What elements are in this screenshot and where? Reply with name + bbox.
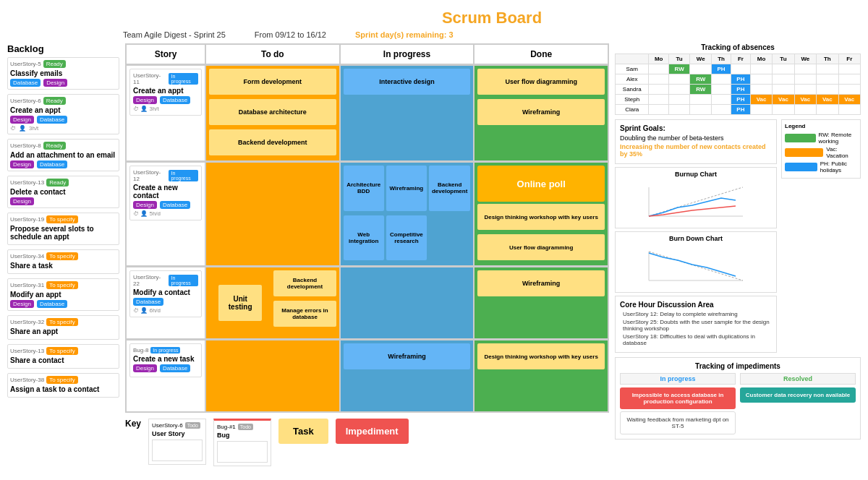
done-cell-4: Design thinking workshop with key users [474, 340, 608, 412]
legend-box: Legend RW: Remote working Vac: Vacation … [781, 119, 861, 179]
impediments-panel: Tracking of impediments In progress Impo… [615, 357, 861, 440]
core-hour-title: Core Hour Discussion Area [620, 301, 772, 309]
legend-vac: Vac: Vacation [785, 146, 857, 159]
board-row-2: UserStory-12 In progress Create a new co… [125, 162, 609, 267]
right-panel: Tracking of absences Mo Tu We Th Fr Mo T… [615, 43, 861, 466]
team-info: Team Agile Digest - Sprint 25 [123, 30, 226, 39]
backlog-item: UserStory-32 To specify Share an appt [7, 315, 119, 340]
task-note: Wireframing [477, 99, 605, 125]
story-card-3[interactable]: UserStory-22 In progress Modify a contac… [129, 270, 202, 317]
imp-card-1: Impossible to access database in product… [620, 387, 736, 434]
backlog-item: UserStory-34 To specify Share a task [7, 249, 119, 274]
task-note: Design thinking workshop with key users [477, 204, 605, 230]
imp-resolved-header: Resolved [740, 373, 856, 385]
story-card-4[interactable]: Bug-8 In progress Create a new task Desi… [129, 343, 202, 377]
key-impediment: Impediment [336, 419, 409, 444]
board-row-1: UserStory-11 In progress Create an appt … [125, 65, 609, 162]
task-note: Competitive research [386, 215, 427, 261]
backlog-title: Backlog [7, 43, 119, 54]
task-note: Interactive design [344, 69, 471, 95]
inprogress-cell-4: Wireframing [340, 340, 475, 412]
sprint-goals: Sprint Goals: Doubling the number of bet… [615, 119, 777, 164]
core-hour-item-2: UserStory 25: Doubts with the user sampl… [620, 319, 772, 332]
legend-rw-color [785, 134, 816, 142]
absences-table: Mo Tu We Th Fr Mo Tu We Th Fr [615, 53, 861, 115]
legend-vac-label: Vac: Vacation [826, 146, 857, 159]
story-card-1[interactable]: UserStory-11 In progress Create an appt … [129, 69, 202, 116]
key-task: Task [278, 419, 328, 444]
task-note: Backend development [429, 166, 470, 211]
story-cell-2: UserStory-12 In progress Create a new co… [126, 162, 205, 266]
task-note: Wireframing [477, 270, 605, 296]
col-header-inprogress: In progress [340, 44, 475, 64]
task-note: Database architecture [209, 99, 336, 125]
board-row-3: UserStory-22 In progress Modify a contac… [125, 267, 609, 340]
impediments-inprogress-col: In progress Impossible to access databas… [620, 373, 736, 434]
goal-1: Doubling the number of beta-testers [620, 134, 772, 142]
inprogress-cell-1: Interactive design [340, 65, 475, 161]
burnup-title: Burnup Chart [618, 171, 773, 178]
backlog-panel: Backlog UserStory-5 Ready Classify email… [7, 43, 119, 466]
burnup-chart: Burnup Chart [615, 167, 777, 228]
absence-row-clara: Clara PH [616, 105, 861, 115]
legend-ph: PH: Public holidays [785, 160, 857, 173]
inprogress-cell-2: Architecture BDD Wireframing Backend dev… [340, 162, 475, 266]
absence-row-sam: Sam RW PH [616, 64, 861, 74]
task-note: Form development [209, 69, 336, 95]
done-cell-1: User flow diagramming Wireframing [474, 65, 608, 161]
task-note: Wireframing [344, 343, 471, 369]
task-note: Architecture BDD [344, 166, 384, 211]
task-note: Manage errors in database [273, 301, 336, 327]
legend-rw: RW: Remote working [785, 132, 857, 145]
absences-title: Tracking of absences [615, 43, 861, 51]
backlog-item: UserStory-6 Ready Create an appt Design … [7, 94, 119, 134]
task-note: User flow diagramming [477, 234, 605, 260]
backlog-item: UserStory-13 Ready Delete a contact Desi… [7, 176, 119, 208]
page-title: Scrum Board [123, 9, 861, 27]
story-cell-4: Bug-8 In progress Create a new task Desi… [126, 340, 205, 412]
done-cell-3: Wireframing [474, 267, 608, 339]
online-poll-note: Online poll [477, 166, 605, 202]
absence-row-sandra: Sandra RW PH [616, 85, 861, 95]
task-note: Backend development [273, 270, 336, 296]
imp-waiting: Waiting feedback from marketing dpt on S… [620, 411, 736, 434]
backlog-item: UserStory-31 To specify Modify an appt D… [7, 278, 119, 311]
unit-testing-note: Unit testing [218, 285, 262, 321]
absences-panel: Tracking of absences Mo Tu We Th Fr Mo T… [615, 43, 861, 115]
legend-ph-label: PH: Public holidays [820, 160, 857, 173]
story-card-2[interactable]: UserStory-12 In progress Create a new co… [129, 166, 202, 220]
todo-cell-3: Unit testing Backend development Manage … [205, 267, 340, 339]
task-note: User flow diagramming [477, 69, 605, 95]
date-range: From 09/12 to 16/12 [255, 30, 326, 39]
goals-charts: Sprint Goals: Doubling the number of bet… [615, 119, 777, 353]
task-note: Backend development [209, 129, 336, 155]
absence-row-steph: Steph PH Vac Vac Vac Vac Vac [616, 95, 861, 105]
backlog-item: UserStory-8 Ready Add an attachment to a… [7, 139, 119, 171]
backlog-item: UserStory-13 To specify Share a contact [7, 344, 119, 369]
imp-inprogress-header: In progress [620, 373, 736, 385]
backlog-item: UserStory-38 To specify Assign a task to… [7, 373, 119, 398]
burndown-title: Burn Down Chart [618, 235, 773, 242]
goal-2: Increasing the number of new contacts cr… [620, 143, 772, 158]
absence-row-alex: Alex RW PH [616, 74, 861, 85]
legend-vac-color [785, 148, 823, 157]
sprint-remaining: Sprint day(s) remaining: 3 [355, 30, 454, 39]
task-note: Web integration [344, 215, 384, 261]
task-note: Design thinking workshop with key users [477, 343, 605, 369]
key-title: Key [125, 419, 141, 429]
svg-line-2 [649, 187, 743, 216]
todo-cell-2 [205, 162, 340, 266]
task-note: Wireframing [386, 166, 427, 211]
backlog-item: UserStory-19 To specify Propose several … [7, 213, 119, 245]
legend-title: Legend [785, 123, 857, 129]
inprogress-cell-3 [340, 267, 475, 339]
todo-cell-1: Form development Database architecture B… [205, 65, 340, 161]
col-header-todo: To do [205, 44, 340, 64]
burnup-svg [618, 180, 773, 223]
todo-cell-4 [205, 340, 340, 412]
core-hour-item-3: UserStory 18: Difficulties to deal with … [620, 333, 772, 346]
imp-customer: Customer data recovery non available [740, 387, 856, 403]
imp-impossible: Impossible to access database in product… [620, 387, 736, 409]
key-bug: Bug-#1 Todo Bug [213, 419, 271, 466]
middle-right-row: Sprint Goals: Doubling the number of bet… [615, 119, 861, 353]
